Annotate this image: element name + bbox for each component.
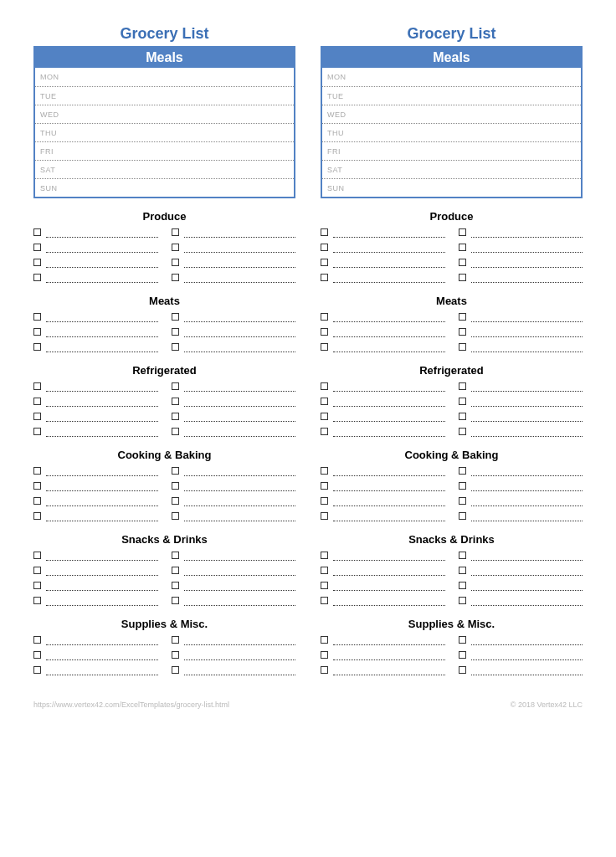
list-item[interactable]: [459, 312, 583, 322]
item-line[interactable]: [184, 566, 296, 576]
checkbox-icon[interactable]: [172, 552, 179, 559]
list-item[interactable]: [321, 228, 445, 238]
checkbox-icon[interactable]: [33, 428, 41, 435]
list-item[interactable]: [33, 665, 158, 675]
checkbox-icon[interactable]: [321, 567, 328, 574]
list-item[interactable]: [321, 342, 445, 352]
checkbox-icon[interactable]: [321, 343, 328, 351]
list-item[interactable]: [459, 551, 583, 561]
item-line[interactable]: [46, 581, 158, 591]
item-line[interactable]: [184, 635, 296, 645]
checkbox-icon[interactable]: [172, 582, 179, 589]
item-line[interactable]: [471, 596, 583, 606]
list-item[interactable]: [33, 496, 158, 506]
checkbox-icon[interactable]: [321, 428, 328, 435]
list-item[interactable]: [172, 650, 296, 660]
item-line[interactable]: [184, 273, 296, 283]
list-item[interactable]: [172, 228, 296, 238]
list-item[interactable]: [172, 312, 296, 322]
item-line[interactable]: [333, 382, 445, 392]
checkbox-icon[interactable]: [459, 597, 466, 604]
checkbox-icon[interactable]: [321, 636, 328, 644]
list-item[interactable]: [33, 382, 158, 392]
list-item[interactable]: [33, 511, 158, 521]
meal-row[interactable]: FRI: [322, 141, 581, 160]
checkbox-icon[interactable]: [172, 636, 179, 644]
list-item[interactable]: [459, 342, 583, 352]
list-item[interactable]: [321, 397, 445, 407]
list-item[interactable]: [321, 258, 445, 268]
item-line[interactable]: [46, 228, 158, 238]
checkbox-icon[interactable]: [459, 244, 466, 251]
list-item[interactable]: [172, 427, 296, 437]
item-line[interactable]: [471, 650, 583, 660]
list-item[interactable]: [459, 273, 583, 283]
checkbox-icon[interactable]: [172, 512, 179, 520]
list-item[interactable]: [33, 327, 158, 337]
checkbox-icon[interactable]: [172, 597, 179, 604]
list-item[interactable]: [321, 412, 445, 422]
list-item[interactable]: [459, 650, 583, 660]
list-item[interactable]: [459, 427, 583, 437]
checkbox-icon[interactable]: [33, 228, 41, 236]
list-item[interactable]: [172, 382, 296, 392]
item-line[interactable]: [333, 397, 445, 407]
item-line[interactable]: [333, 635, 445, 645]
checkbox-icon[interactable]: [459, 582, 466, 589]
item-line[interactable]: [46, 511, 158, 521]
list-item[interactable]: [459, 665, 583, 675]
item-line[interactable]: [184, 665, 296, 675]
checkbox-icon[interactable]: [172, 567, 179, 574]
checkbox-icon[interactable]: [459, 428, 466, 435]
item-line[interactable]: [471, 551, 583, 561]
checkbox-icon[interactable]: [459, 313, 466, 321]
list-item[interactable]: [172, 596, 296, 606]
item-line[interactable]: [184, 581, 296, 591]
checkbox-icon[interactable]: [33, 328, 41, 336]
list-item[interactable]: [33, 581, 158, 591]
checkbox-icon[interactable]: [33, 552, 41, 559]
list-item[interactable]: [459, 596, 583, 606]
list-item[interactable]: [33, 481, 158, 491]
item-line[interactable]: [184, 427, 296, 437]
item-line[interactable]: [46, 382, 158, 392]
checkbox-icon[interactable]: [33, 666, 41, 674]
checkbox-icon[interactable]: [33, 259, 41, 266]
list-item[interactable]: [459, 243, 583, 253]
meal-row[interactable]: WED: [35, 105, 294, 123]
checkbox-icon[interactable]: [459, 666, 466, 674]
meal-row[interactable]: SAT: [322, 160, 581, 178]
meal-row[interactable]: TUE: [322, 86, 581, 105]
list-item[interactable]: [459, 327, 583, 337]
checkbox-icon[interactable]: [459, 512, 466, 520]
item-line[interactable]: [471, 273, 583, 283]
checkbox-icon[interactable]: [459, 274, 466, 281]
checkbox-icon[interactable]: [459, 636, 466, 644]
list-item[interactable]: [33, 566, 158, 576]
item-line[interactable]: [333, 566, 445, 576]
item-line[interactable]: [471, 635, 583, 645]
checkbox-icon[interactable]: [321, 467, 328, 475]
checkbox-icon[interactable]: [321, 482, 328, 490]
item-line[interactable]: [471, 327, 583, 337]
meal-row[interactable]: SAT: [35, 160, 294, 178]
checkbox-icon[interactable]: [172, 666, 179, 674]
list-item[interactable]: [172, 665, 296, 675]
item-line[interactable]: [333, 551, 445, 561]
checkbox-icon[interactable]: [321, 259, 328, 266]
item-line[interactable]: [333, 466, 445, 476]
list-item[interactable]: [33, 427, 158, 437]
checkbox-icon[interactable]: [172, 259, 179, 266]
checkbox-icon[interactable]: [172, 428, 179, 435]
list-item[interactable]: [172, 258, 296, 268]
checkbox-icon[interactable]: [172, 228, 179, 236]
checkbox-icon[interactable]: [33, 398, 41, 405]
list-item[interactable]: [321, 382, 445, 392]
meal-row[interactable]: THU: [35, 123, 294, 141]
checkbox-icon[interactable]: [321, 497, 328, 505]
item-line[interactable]: [333, 312, 445, 322]
list-item[interactable]: [459, 382, 583, 392]
checkbox-icon[interactable]: [321, 382, 328, 390]
item-line[interactable]: [333, 258, 445, 268]
list-item[interactable]: [321, 466, 445, 476]
